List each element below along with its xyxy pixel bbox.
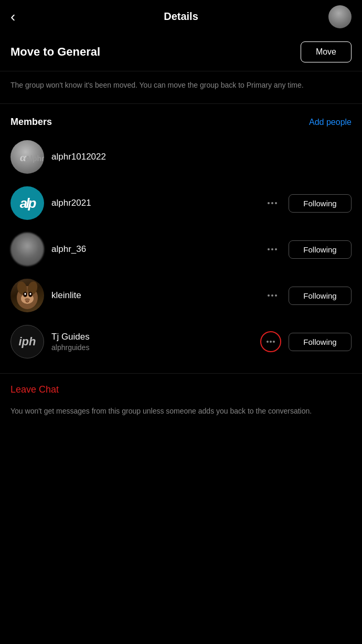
members-title: Members xyxy=(10,117,52,128)
list-item: α Alphr alphr1012022 xyxy=(0,134,362,180)
dot xyxy=(267,341,269,343)
avatar xyxy=(10,279,44,312)
following-button[interactable]: Following xyxy=(289,287,352,305)
avatar: alp xyxy=(10,186,44,220)
svg-point-11 xyxy=(25,298,30,301)
svg-text:Alphr: Alphr xyxy=(25,154,44,163)
dot xyxy=(268,248,270,250)
member-name: alphr_36 xyxy=(51,244,256,255)
avatar-image: α Alphr xyxy=(10,140,44,174)
following-button[interactable]: Following xyxy=(289,240,352,259)
list-item: alphr_36 Following xyxy=(0,226,362,272)
member-info: alphr1012022 xyxy=(51,152,352,162)
list-item: iph Tj Guides alphrguides Following xyxy=(0,319,362,365)
header: ‹ Details xyxy=(0,0,362,31)
move-button[interactable]: Move xyxy=(301,41,352,62)
following-button[interactable]: Following xyxy=(289,194,352,213)
member-info: alphr2021 xyxy=(51,198,256,208)
svg-point-10 xyxy=(30,293,31,295)
dot xyxy=(271,294,273,297)
more-options-button[interactable] xyxy=(263,246,281,252)
avatar-text: iph xyxy=(19,335,36,349)
more-options-button[interactable] xyxy=(263,292,281,299)
dog-avatar-image xyxy=(10,279,44,312)
member-list: α Alphr alphr1012022 alp alphr2021 Follo… xyxy=(0,134,362,369)
following-button[interactable]: Following xyxy=(289,333,352,351)
member-name: Tj Guides xyxy=(51,332,253,342)
avatar: α Alphr xyxy=(10,140,44,174)
move-description: The group won't know it's been moved. Yo… xyxy=(0,71,362,104)
dot xyxy=(275,202,277,204)
page-title: Details xyxy=(164,10,198,23)
back-button[interactable]: ‹ xyxy=(10,9,15,24)
dot xyxy=(271,248,273,250)
member-name: alphr1012022 xyxy=(51,152,352,162)
member-name: alphr2021 xyxy=(51,198,256,208)
dot xyxy=(275,294,277,297)
dot xyxy=(268,202,270,204)
leave-chat-button[interactable]: Leave Chat xyxy=(10,384,59,395)
member-info: Tj Guides alphrguides xyxy=(51,332,253,352)
move-to-general-title: Move to General xyxy=(10,45,100,59)
avatar-icon: alp xyxy=(10,186,44,220)
leave-description: You won't get messages from this group u… xyxy=(0,399,362,429)
svg-point-9 xyxy=(25,293,26,295)
move-to-general-section: Move to General Move xyxy=(0,31,362,71)
dot xyxy=(271,202,273,204)
more-options-button[interactable] xyxy=(263,200,281,206)
avatar: iph xyxy=(10,325,44,358)
leave-section: Leave Chat xyxy=(0,373,362,399)
list-item: kleinlite Following xyxy=(0,272,362,319)
more-options-circled-button[interactable] xyxy=(260,331,281,352)
member-name: kleinlite xyxy=(51,290,256,301)
dot xyxy=(275,248,277,250)
dot xyxy=(270,341,272,343)
list-item: alp alphr2021 Following xyxy=(0,180,362,226)
member-handle: alphrguides xyxy=(51,343,253,352)
add-people-button[interactable]: Add people xyxy=(309,118,352,127)
members-header: Members Add people xyxy=(0,104,362,134)
avatar xyxy=(10,233,44,266)
member-info: kleinlite xyxy=(51,290,256,301)
dot xyxy=(268,294,270,297)
member-info: alphr_36 xyxy=(51,244,256,255)
header-avatar-preview xyxy=(328,5,352,28)
dot xyxy=(273,341,275,343)
